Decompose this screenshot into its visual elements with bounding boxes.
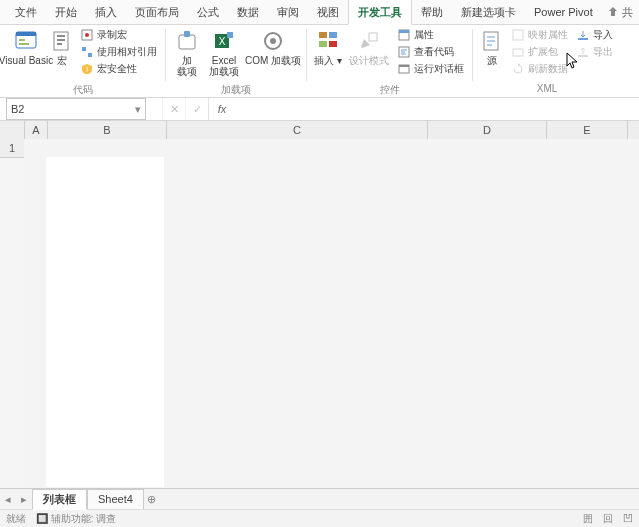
expansion-pack-button[interactable]: 扩展包: [509, 44, 570, 60]
fx-label: fx: [214, 103, 227, 115]
relative-ref-button[interactable]: 使用相对引用: [78, 44, 159, 60]
tab-pagelayout[interactable]: 页面布局: [126, 0, 188, 24]
group-controls-label: 控件: [313, 83, 466, 97]
select-all-corner[interactable]: [0, 121, 25, 139]
tab-formulas[interactable]: 公式: [188, 0, 228, 24]
xml-export-label: 导出: [593, 45, 613, 59]
macro-security-icon: !: [80, 62, 94, 76]
view-pagelayout-button[interactable]: 回: [603, 512, 613, 526]
run-dialog-icon: [397, 62, 411, 76]
macros-label: 宏: [57, 55, 67, 66]
group-xml-label: XML: [479, 83, 615, 97]
view-code-icon: [397, 45, 411, 59]
col-header-B[interactable]: B: [48, 121, 167, 139]
xml-source-button[interactable]: 源: [479, 27, 505, 66]
view-normal-button[interactable]: 囲: [583, 512, 593, 526]
view-code-label: 查看代码: [414, 45, 454, 59]
col-header-C[interactable]: C: [167, 121, 428, 139]
excel-addins-button[interactable]: X Excel 加载项: [206, 27, 242, 77]
import-icon: [576, 28, 590, 42]
insert-control-icon: [316, 29, 340, 53]
com-addins-label: COM 加载项: [245, 55, 301, 66]
tab-data[interactable]: 数据: [228, 0, 268, 24]
svg-rect-10: [82, 47, 86, 51]
excel-addins-icon: X: [212, 29, 236, 53]
export-icon: [576, 45, 590, 59]
refresh-icon: [511, 62, 525, 76]
share-icon: [607, 6, 619, 18]
group-addins: 加 载项 X Excel 加载项 COM 加载项 加载项: [166, 25, 306, 97]
tab-file[interactable]: 文件: [6, 0, 46, 24]
expansion-pack-icon: [511, 45, 525, 59]
add-sheet-button[interactable]: ⊕: [144, 493, 160, 506]
tab-insert[interactable]: 插入: [86, 0, 126, 24]
addins-button[interactable]: 加 载项: [172, 27, 202, 77]
svg-rect-23: [329, 41, 337, 47]
formula-input[interactable]: [231, 99, 639, 119]
visual-basic-icon: [14, 29, 38, 53]
svg-rect-34: [578, 55, 588, 57]
cells-area[interactable]: [24, 139, 639, 488]
properties-icon: [397, 28, 411, 42]
formula-enter-button[interactable]: ✓: [185, 98, 208, 120]
macros-button[interactable]: 宏: [50, 27, 74, 66]
svg-text:X: X: [219, 36, 226, 47]
worksheet-grid[interactable]: A B C D E 1: [0, 121, 639, 488]
visual-basic-button[interactable]: Visual Basic: [6, 27, 46, 66]
fx-button[interactable]: fx: [208, 98, 231, 120]
share-button[interactable]: 共: [607, 5, 633, 20]
svg-rect-2: [19, 39, 25, 41]
refresh-data-button[interactable]: 刷新数据: [509, 61, 570, 77]
xml-export-button[interactable]: 导出: [574, 44, 615, 60]
tab-review[interactable]: 审阅: [268, 0, 308, 24]
name-box[interactable]: B2 ▾: [6, 98, 146, 120]
insert-control-button[interactable]: 插入 ▾: [313, 27, 343, 66]
map-properties-icon: [511, 28, 525, 42]
tab-view[interactable]: 视图: [308, 0, 348, 24]
com-addins-button[interactable]: COM 加载项: [246, 27, 300, 66]
col-header-A[interactable]: A: [25, 121, 48, 139]
view-code-button[interactable]: 查看代码: [395, 44, 466, 60]
run-dialog-button[interactable]: 运行对话框: [395, 61, 466, 77]
col-header-E[interactable]: E: [547, 121, 628, 139]
properties-button[interactable]: 属性: [395, 27, 466, 43]
svg-rect-26: [399, 30, 409, 33]
relative-ref-label: 使用相对引用: [97, 45, 157, 59]
map-properties-label: 映射属性: [528, 28, 568, 42]
com-addins-icon: [261, 29, 285, 53]
ribbon-tabs: 文件 开始 插入 页面布局 公式 数据 审阅 视图 开发工具 帮助 新建选项卡 …: [0, 0, 639, 25]
row-headers: 1: [0, 139, 25, 158]
properties-label: 属性: [414, 28, 434, 42]
tab-developer[interactable]: 开发工具: [348, 0, 412, 25]
excel-addins-label: Excel 加载项: [209, 55, 239, 77]
svg-rect-29: [399, 65, 409, 67]
tab-powerpivot[interactable]: Power Pivot: [525, 0, 602, 24]
sheet-nav-prev[interactable]: ◂: [0, 493, 16, 506]
addins-icon: [175, 29, 199, 53]
design-mode-button[interactable]: 设计模式: [347, 27, 391, 66]
sheet-nav-next[interactable]: ▸: [16, 493, 32, 506]
group-addins-label: 加载项: [172, 83, 300, 97]
sheet-tab-1[interactable]: Sheet4: [87, 489, 144, 509]
svg-point-19: [270, 38, 276, 44]
tab-home[interactable]: 开始: [46, 0, 86, 24]
record-macro-button[interactable]: 录制宏: [78, 27, 159, 43]
row-header-1[interactable]: 1: [0, 139, 24, 158]
xml-import-button[interactable]: 导入: [574, 27, 615, 43]
col-header-D[interactable]: D: [428, 121, 547, 139]
tab-newtab[interactable]: 新建选项卡: [452, 0, 525, 24]
macro-security-button[interactable]: ! 宏安全性: [78, 61, 159, 77]
group-xml: 源 映射属性 扩展包 刷新数据 导入: [473, 25, 621, 97]
status-accessibility[interactable]: 🔲 辅助功能: 调查: [36, 512, 116, 526]
view-pagebreak-button[interactable]: 凹: [623, 512, 633, 526]
addins-label: 加 载项: [177, 55, 197, 77]
xml-import-label: 导入: [593, 28, 613, 42]
chevron-down-icon[interactable]: ▾: [135, 103, 141, 116]
tab-help[interactable]: 帮助: [412, 0, 452, 24]
record-macro-icon: [80, 28, 94, 42]
svg-rect-17: [227, 32, 233, 38]
map-properties-button[interactable]: 映射属性: [509, 27, 570, 43]
formula-cancel-button[interactable]: ✕: [162, 98, 185, 120]
sheet-tab-0[interactable]: 列表框: [32, 489, 87, 510]
insert-control-label: 插入 ▾: [314, 55, 342, 66]
